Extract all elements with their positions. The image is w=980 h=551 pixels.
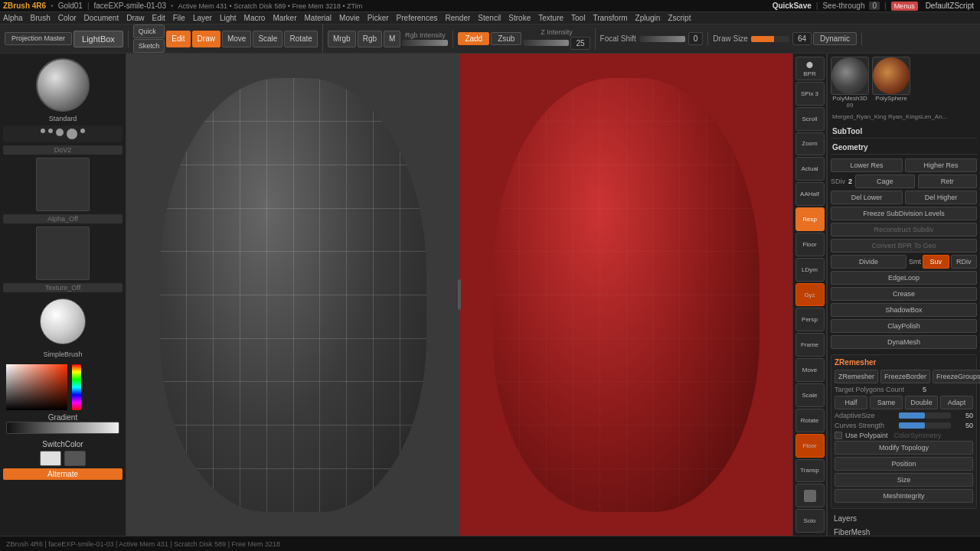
use-polypaint-checkbox[interactable] bbox=[835, 432, 842, 439]
menu-tool[interactable]: Tool bbox=[571, 14, 585, 22]
modify-topology-button[interactable]: Modify Topology bbox=[835, 441, 973, 455]
draw-button[interactable]: Draw bbox=[192, 31, 220, 47]
retr-button[interactable]: Retr bbox=[918, 174, 977, 188]
menu-edit[interactable]: Edit bbox=[152, 14, 165, 22]
color-saturation[interactable] bbox=[6, 364, 67, 410]
persp-button[interactable]: Persp bbox=[795, 308, 825, 331]
double-button[interactable]: Double bbox=[905, 396, 938, 409]
curves-strength-slider[interactable] bbox=[899, 422, 951, 429]
menu-preferences[interactable]: Preferences bbox=[397, 14, 438, 22]
menu-marker[interactable]: Marker bbox=[273, 14, 296, 22]
zsub-button[interactable]: Zsub bbox=[491, 32, 521, 45]
mesh-integrity-button[interactable]: MeshIntegrity bbox=[835, 489, 973, 503]
geometry-section-header[interactable]: Geometry bbox=[831, 141, 977, 155]
size-button[interactable]: Size bbox=[835, 473, 973, 487]
menu-render[interactable]: Render bbox=[446, 14, 471, 22]
target-polys-value[interactable]: 5 bbox=[907, 386, 926, 393]
resp-button[interactable]: Resp bbox=[795, 207, 825, 231]
polysphere-preview[interactable] bbox=[872, 57, 910, 95]
cage-button[interactable]: Cage bbox=[855, 174, 914, 188]
menu-color[interactable]: Color bbox=[58, 14, 77, 22]
quick-sketch-button[interactable]: Quick bbox=[133, 24, 165, 38]
menu-macro[interactable]: Macro bbox=[244, 14, 266, 22]
position-button[interactable]: Position bbox=[835, 457, 973, 471]
zremesher-button[interactable]: ZRemesher bbox=[835, 370, 878, 383]
adaptive-size-slider[interactable] bbox=[899, 412, 951, 419]
edit-button[interactable]: Edit bbox=[166, 31, 190, 47]
adapt-button[interactable]: Adapt bbox=[940, 396, 973, 409]
del-lower-button[interactable]: Del Lower bbox=[831, 191, 903, 204]
m-button[interactable]: M bbox=[384, 31, 400, 47]
claypolish-button[interactable]: ClayPolish bbox=[831, 319, 977, 333]
gyz-button[interactable]: Gyz bbox=[795, 283, 825, 307]
edgeloop-button[interactable]: EdgeLoop bbox=[831, 271, 977, 285]
spix-button[interactable]: SPix 3 bbox=[795, 82, 825, 106]
menu-alpha[interactable]: Alpha bbox=[3, 14, 23, 22]
brush-dot-2[interactable] bbox=[48, 129, 53, 133]
scroll-button[interactable]: Scroll bbox=[795, 107, 825, 131]
rotate-tool-button[interactable]: Rotate bbox=[795, 409, 825, 432]
draw-size-slider[interactable] bbox=[751, 36, 789, 42]
fibermesh-item[interactable]: FiberMesh bbox=[831, 526, 977, 536]
del-higher-button[interactable]: Del Higher bbox=[905, 191, 977, 204]
menu-light[interactable]: Light bbox=[220, 14, 237, 22]
menu-draw[interactable]: Draw bbox=[126, 14, 144, 22]
dynamic-button[interactable]: Dynamic bbox=[813, 32, 857, 45]
zadd-button[interactable]: Zadd bbox=[458, 32, 489, 45]
z-intensity-slider[interactable] bbox=[523, 40, 569, 46]
shadowbox-button[interactable]: ShadowBox bbox=[831, 303, 977, 317]
texture-preview[interactable] bbox=[36, 227, 90, 280]
lightbox-button[interactable]: LightBox bbox=[74, 31, 123, 47]
higher-res-button[interactable]: Higher Res bbox=[905, 158, 977, 172]
focal-shift-slider[interactable] bbox=[639, 36, 685, 42]
floor2-button[interactable]: Floor bbox=[795, 434, 825, 458]
freeze-border-button[interactable]: FreezeBorder bbox=[880, 370, 930, 383]
menu-document[interactable]: Document bbox=[84, 14, 119, 22]
rgb-button[interactable]: Rgb bbox=[358, 31, 382, 47]
suv-button[interactable]: Suv bbox=[923, 255, 949, 269]
default-script[interactable]: DefaultZScript bbox=[923, 1, 977, 11]
floor-button[interactable]: Floor bbox=[795, 233, 825, 256]
menu-layer[interactable]: Layer bbox=[193, 14, 212, 22]
main-color-swatch[interactable] bbox=[40, 451, 61, 466]
lower-res-button[interactable]: Lower Res bbox=[831, 158, 903, 172]
alpha-preview[interactable] bbox=[36, 158, 90, 211]
transp-button[interactable]: Transp bbox=[795, 459, 825, 483]
menus-button[interactable]: Menus bbox=[891, 2, 918, 11]
alternate-button[interactable]: Alternate bbox=[3, 468, 122, 480]
brush-dot-5[interactable] bbox=[80, 129, 85, 133]
zremesher-section-header[interactable]: ZRemesher bbox=[835, 358, 973, 367]
mrgb-button[interactable]: Mrgb bbox=[328, 31, 356, 47]
scale-button[interactable]: Scale bbox=[253, 31, 283, 47]
menu-transform[interactable]: Transform bbox=[593, 14, 627, 22]
same-button[interactable]: Same bbox=[870, 396, 903, 409]
viewport[interactable] bbox=[126, 54, 792, 536]
color-hue-slider[interactable] bbox=[72, 364, 81, 410]
polymesh-preview[interactable] bbox=[831, 57, 869, 95]
rdiv-button[interactable]: RDiv bbox=[951, 255, 978, 269]
menu-zplugin[interactable]: Zplugin bbox=[635, 14, 661, 22]
quicksave-button[interactable]: QuickSave bbox=[773, 2, 812, 10]
alt-color-swatch[interactable] bbox=[64, 451, 86, 466]
seethrough-value[interactable]: 0 bbox=[869, 2, 880, 10]
freeze-groups-button[interactable]: FreezeGroups bbox=[933, 370, 980, 383]
sdiv-value[interactable]: 2 bbox=[848, 178, 852, 185]
solo-button[interactable]: Solo bbox=[795, 509, 825, 533]
rgb-intensity-slider[interactable] bbox=[402, 40, 448, 46]
menu-file[interactable]: File bbox=[173, 14, 185, 22]
convert-bpr-button[interactable]: Convert BPR To Geo bbox=[831, 239, 977, 253]
move-button[interactable]: Move bbox=[222, 31, 251, 47]
menu-picker[interactable]: Picker bbox=[368, 14, 389, 22]
brush-selector[interactable] bbox=[3, 126, 122, 142]
divide-button[interactable]: Divide bbox=[831, 255, 906, 269]
gradient-bar[interactable] bbox=[6, 422, 119, 434]
projection-master-button[interactable]: Projection Master bbox=[5, 32, 72, 46]
brush-dot-1[interactable] bbox=[41, 129, 45, 133]
brush-dot-4[interactable] bbox=[67, 129, 77, 139]
aahalf-button[interactable]: AAHalf bbox=[795, 182, 825, 206]
move-tool-button[interactable]: Move bbox=[795, 358, 825, 382]
dynamesh-button[interactable]: DynaMesh bbox=[831, 335, 977, 349]
brush-dot-3[interactable] bbox=[56, 129, 64, 136]
local-button[interactable]: LDym bbox=[795, 258, 825, 282]
menu-material[interactable]: Material bbox=[305, 14, 332, 22]
